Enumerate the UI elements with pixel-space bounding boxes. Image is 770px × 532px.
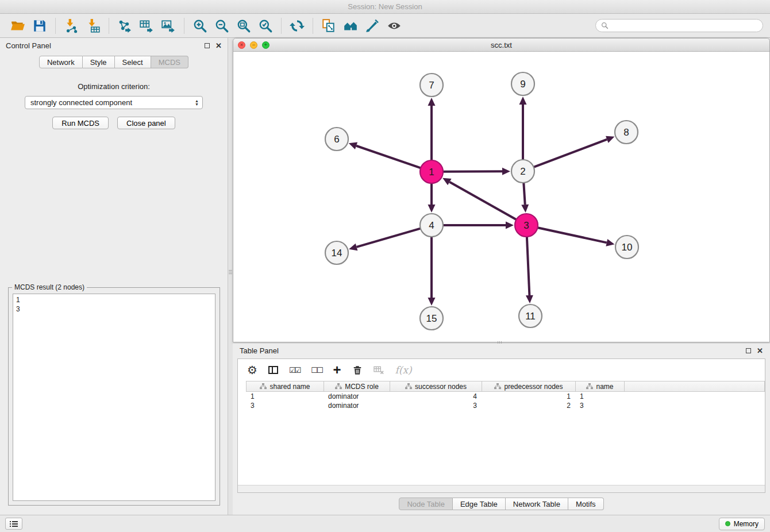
import-table-icon [86, 18, 101, 33]
search-field[interactable] [595, 19, 763, 32]
column-header-shared-name[interactable]: shared name [247, 381, 324, 391]
attribute-type-icon [260, 383, 267, 390]
zoom-in-button[interactable] [189, 16, 211, 36]
network-snapshot-button[interactable] [318, 16, 340, 36]
column-header-label: name [596, 383, 613, 391]
apply-style-button[interactable] [361, 16, 383, 36]
task-history-button[interactable] [5, 518, 22, 530]
network-canvas[interactable]: 7968124314101511 [233, 52, 770, 342]
node-table-body: 1dominator4113dominator323 [246, 392, 765, 410]
open-folder-icon [10, 18, 25, 33]
save-floppy-icon [32, 18, 47, 33]
table-cell: dominator [324, 402, 390, 410]
search-input[interactable] [611, 22, 757, 30]
graph-edge-1-6[interactable] [349, 142, 421, 168]
graph-edge-2-3[interactable] [521, 183, 529, 213]
search-icon [601, 22, 609, 29]
close-table-panel-icon[interactable]: ✕ [757, 347, 763, 354]
graph-edge-4-14[interactable] [349, 229, 421, 251]
graph-node-14[interactable]: 14 [325, 241, 348, 264]
table-horizontal-scrollbar[interactable] [238, 485, 765, 492]
tab-network[interactable]: Network [39, 56, 83, 68]
zoom-fit-button[interactable] [233, 16, 255, 36]
node-label: 3 [523, 220, 529, 231]
vertical-splitter-handle[interactable] [229, 265, 232, 278]
export-table-button[interactable] [136, 16, 157, 36]
graph-edge-3-1[interactable] [442, 178, 516, 219]
graph-node-11[interactable]: 11 [519, 304, 542, 327]
table-row[interactable]: 1dominator411 [246, 392, 765, 401]
delete-column-button[interactable] [352, 365, 363, 376]
column-header-successor-nodes[interactable]: successor nodes [390, 381, 482, 391]
graph-node-1[interactable]: 1 [420, 160, 443, 183]
table-cell: 1 [575, 392, 624, 400]
tab-select[interactable]: Select [115, 56, 151, 68]
open-session-button[interactable] [7, 16, 29, 36]
graph-node-8[interactable]: 8 [615, 121, 638, 144]
network-window-titlebar[interactable]: scc.txt × − + [233, 38, 769, 52]
graph-edge-2-9[interactable] [519, 97, 527, 160]
import-table-button[interactable] [82, 16, 104, 36]
column-header-mcds-role[interactable]: MCDS role [324, 381, 390, 391]
import-network-button[interactable] [60, 16, 82, 36]
column-header-name[interactable]: name [576, 381, 625, 391]
zoom-selected-button[interactable] [255, 16, 276, 36]
function-builder-button[interactable]: f(x) [395, 364, 412, 376]
select-all-button[interactable]: ☑☑ [289, 366, 300, 375]
zoom-window-icon[interactable]: + [262, 41, 270, 49]
home-button[interactable] [340, 16, 361, 36]
graph-node-3[interactable]: 3 [515, 214, 538, 237]
minimize-window-icon[interactable]: − [250, 41, 257, 49]
graph-node-9[interactable]: 9 [511, 72, 534, 95]
export-image-button[interactable] [157, 16, 179, 36]
graph-edge-2-8[interactable] [534, 136, 615, 167]
graph-edge-4-15[interactable] [428, 237, 436, 306]
tab-motifs[interactable]: Motifs [568, 498, 604, 510]
show-hide-button[interactable] [383, 16, 405, 36]
graph-node-2[interactable]: 2 [511, 160, 534, 183]
graph-node-7[interactable]: 7 [420, 74, 443, 97]
graph-node-4[interactable]: 4 [420, 214, 443, 237]
graph-edge-3-10[interactable] [538, 228, 615, 246]
zoom-out-button[interactable] [211, 16, 233, 36]
graph-edge-4-3[interactable] [443, 222, 514, 229]
graph-edge-1-4[interactable] [428, 183, 436, 213]
show-columns-button[interactable] [268, 366, 278, 374]
graph-node-6[interactable]: 6 [325, 128, 348, 151]
mcds-result-groupbox: MCDS result (2 nodes) 13 [8, 287, 220, 506]
mcds-result-list[interactable]: 13 [13, 294, 215, 501]
float-panel-icon[interactable] [205, 43, 210, 48]
graph-node-10[interactable]: 10 [615, 236, 638, 259]
list-icon [9, 520, 19, 528]
tab-mcds[interactable]: MCDS [151, 56, 188, 68]
attribute-type-icon [586, 383, 593, 390]
run-mcds-button[interactable]: Run MCDS [52, 117, 109, 129]
graph-node-15[interactable]: 15 [420, 307, 443, 330]
export-network-button[interactable] [114, 16, 136, 36]
column-header-predecessor-nodes[interactable]: predecessor nodes [482, 381, 576, 391]
table-row[interactable]: 3dominator323 [246, 401, 765, 410]
node-table-header: shared nameMCDS rolesuccessor nodesprede… [246, 381, 765, 392]
table-options-button[interactable]: ⚙ [247, 364, 257, 376]
tab-node-table[interactable]: Node Table [399, 498, 453, 510]
graph-edge-1-2[interactable] [443, 168, 510, 175]
close-mcds-panel-button[interactable]: Close panel [117, 117, 175, 129]
deselect-all-button[interactable]: ☐☐ [311, 366, 322, 375]
window-titlebar[interactable]: Session: New Session [0, 0, 770, 14]
delete-table-button[interactable] [374, 365, 384, 375]
float-table-panel-icon[interactable] [746, 348, 751, 353]
add-column-button[interactable]: + [333, 363, 341, 377]
close-panel-icon[interactable]: ✕ [215, 42, 222, 49]
tab-style[interactable]: Style [83, 56, 115, 68]
tab-network-table[interactable]: Network Table [506, 498, 568, 510]
apply-layout-button[interactable] [286, 16, 308, 36]
graph-edge-3-11[interactable] [526, 237, 533, 303]
criterion-dropdown[interactable]: strongly connected component ▲▼ [25, 96, 203, 109]
close-window-icon[interactable]: × [238, 41, 245, 49]
graph-edge-1-7[interactable] [428, 98, 436, 160]
toolbar-separator [281, 18, 282, 34]
trash-icon [352, 365, 363, 376]
tab-edge-table[interactable]: Edge Table [453, 498, 506, 510]
save-session-button[interactable] [29, 16, 51, 36]
memory-button[interactable]: Memory [719, 518, 765, 530]
